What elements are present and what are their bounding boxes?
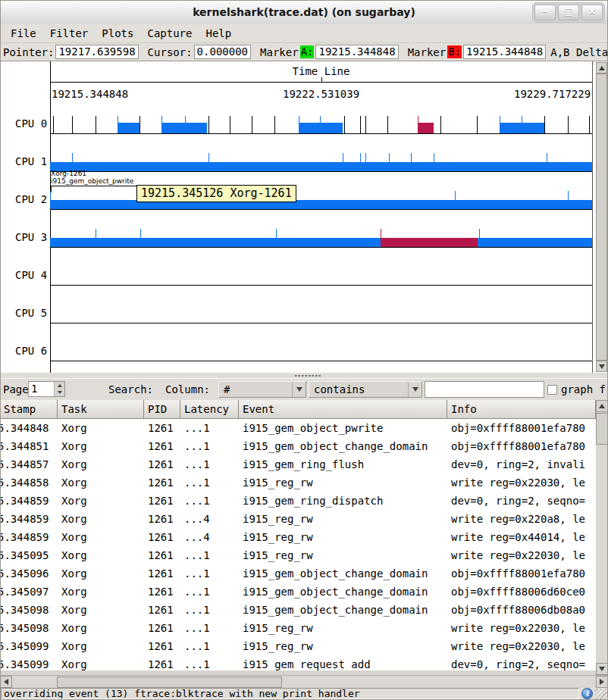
graph-scroll-down-button[interactable] — [596, 361, 607, 372]
cell-latency: ...1 — [180, 637, 239, 655]
cpu-label-0: CPU 0 — [15, 117, 49, 130]
cell-pid: 1261 — [144, 619, 180, 637]
graph-scroll-thumb[interactable] — [596, 73, 607, 361]
close-button[interactable]: × — [581, 5, 603, 20]
table-header: StampTaskPIDLatencyEventInfo — [0, 400, 596, 419]
pane-splitter[interactable] — [0, 373, 608, 378]
hover-task-name: Xorg-1261 — [51, 170, 133, 177]
cell-info: obj=0xffff88001efa780 — [447, 564, 596, 583]
table-scroll-down-button[interactable] — [596, 663, 608, 675]
marker-a-value: 19215.344848 — [315, 45, 398, 59]
task-bar[interactable] — [299, 123, 343, 133]
table-scroll-up-button[interactable] — [596, 400, 608, 412]
table-row[interactable]: 5.345099Xorg1261...1i915_reg_rwwrite reg… — [0, 637, 596, 655]
table-row[interactable]: 5.345098Xorg1261...1i915_reg_rwwrite reg… — [0, 619, 596, 637]
table-row[interactable]: 5.344859Xorg1261...4i915_reg_rwwrite reg… — [0, 528, 596, 546]
operator-select[interactable]: contains — [309, 381, 422, 398]
task-bar[interactable] — [381, 238, 478, 247]
table-scroll-thumb[interactable] — [596, 413, 608, 445]
task-bar[interactable] — [50, 238, 381, 247]
cell-latency: ...1 — [180, 619, 239, 637]
task-bar[interactable] — [50, 200, 592, 209]
cell-pid: 1261 — [144, 601, 180, 619]
column-header-info[interactable]: Info — [447, 400, 596, 418]
menu-item-plots[interactable]: Plots — [95, 26, 140, 41]
cell-stamp: 5.345098 — [0, 619, 58, 637]
marker-a-badge[interactable]: A: — [300, 45, 315, 58]
table-row[interactable]: 5.345099Xorg1261...1i915_gem_request_add… — [0, 655, 596, 670]
axis-label-mid: 19222.531039 — [283, 88, 359, 100]
graph-scroll-up-button[interactable] — [596, 62, 607, 73]
table-row[interactable]: 5.344859Xorg1261...4i915_reg_rwwrite reg… — [0, 510, 596, 528]
menu-item-file[interactable]: File — [4, 26, 43, 41]
column-select[interactable]: # — [218, 381, 306, 398]
table-row[interactable]: 5.344858Xorg1261...1i915_reg_rwwrite reg… — [0, 473, 596, 492]
cpu-label-5: CPU 5 — [15, 307, 49, 319]
graph-follows-checkbox[interactable] — [547, 385, 557, 395]
table-row[interactable]: 5.344857Xorg1261...1i915_gem_ring_flushd… — [0, 455, 596, 473]
hover-underline — [50, 186, 138, 186]
table-row[interactable]: 5.345098Xorg1261...1i915_gem_object_chan… — [0, 601, 596, 619]
cell-event: i915_reg_rw — [239, 619, 447, 637]
cell-task: Xorg — [58, 546, 144, 564]
cell-info: obj=0xffff88006db08a0 — [447, 601, 596, 619]
spin-down-button[interactable] — [55, 389, 64, 397]
cell-task: Xorg — [58, 473, 144, 492]
page-spinbox[interactable]: 1 — [28, 381, 65, 397]
table-row[interactable]: 5.345096Xorg1261...1i915_gem_object_chan… — [0, 564, 596, 583]
table-horizontal-scrollbar[interactable] — [0, 675, 608, 688]
table-row[interactable]: 5.344859Xorg1261...1i915_gem_ring_dispat… — [0, 492, 596, 510]
cell-info: write reg=0x22030, le — [447, 546, 596, 564]
cell-pid: 1261 — [144, 528, 180, 546]
cell-pid: 1261 — [144, 473, 180, 492]
menu-item-filter[interactable]: Filter — [43, 26, 96, 41]
cpu-label-3: CPU 3 — [15, 231, 49, 243]
event-tick — [411, 153, 412, 162]
task-bar[interactable] — [418, 123, 434, 133]
table-row[interactable]: 5.344848Xorg1261...1i915_gem_object_pwri… — [0, 419, 596, 437]
task-bar[interactable] — [478, 238, 592, 247]
cell-pid: 1261 — [144, 564, 180, 583]
task-bar[interactable] — [161, 123, 207, 133]
column-header-latency[interactable]: Latency — [180, 400, 239, 418]
table-vertical-scrollbar[interactable] — [596, 400, 608, 675]
task-bar[interactable] — [500, 123, 544, 133]
table-row[interactable]: 5.345095Xorg1261...1i915_reg_rwwrite reg… — [0, 546, 596, 564]
event-tick — [96, 116, 96, 133]
search-input[interactable] — [425, 381, 544, 398]
column-header-stamp[interactable]: Stamp — [0, 400, 58, 418]
cpu-label-4: CPU 4 — [15, 269, 49, 281]
menu-item-help[interactable]: Help — [199, 26, 238, 41]
task-bar[interactable] — [118, 123, 139, 133]
maximize-button[interactable]: □ — [558, 5, 579, 20]
cell-info: dev=0, ring=2, seqno= — [447, 492, 596, 510]
spin-up-button[interactable] — [55, 382, 64, 389]
cell-task: Xorg — [58, 583, 144, 601]
column-header-event[interactable]: Event — [239, 400, 447, 418]
cell-latency: ...1 — [180, 455, 239, 473]
cell-stamp: 5.344859 — [0, 492, 58, 510]
resize-grip[interactable] — [595, 689, 607, 699]
minimize-button[interactable]: – — [534, 5, 556, 20]
cell-pid: 1261 — [144, 492, 180, 510]
menu-item-capture[interactable]: Capture — [140, 26, 199, 41]
table-row[interactable]: 5.344851Xorg1261...1i915_gem_object_chan… — [0, 437, 596, 455]
cell-stamp: 5.344859 — [0, 528, 58, 546]
column-header-task[interactable]: Task — [58, 400, 144, 418]
cell-task: Xorg — [58, 601, 144, 619]
cell-event: i915_gem_object_pwrite — [239, 419, 447, 437]
cell-event: i915_reg_rw — [239, 528, 447, 546]
timeline-graph[interactable]: Time Line 19215.344848 19222.531039 1922… — [0, 61, 608, 373]
table-hscroll-thumb[interactable] — [57, 677, 282, 688]
cell-event: i915_gem_ring_dispatch — [239, 492, 447, 510]
event-tick — [53, 116, 54, 133]
table-row[interactable]: 5.345097Xorg1261...1i915_gem_object_chan… — [0, 583, 596, 601]
table-scroll-left-button[interactable] — [0, 676, 12, 688]
marker-b-badge[interactable]: B: — [447, 45, 462, 58]
table-scroll-right-button[interactable] — [596, 676, 608, 688]
event-tick — [568, 116, 569, 133]
status-bar: overriding event (13) ftrace:blktrace wi… — [0, 688, 608, 700]
graph-vertical-scrollbar[interactable] — [596, 62, 608, 372]
spin-up-icon — [58, 384, 62, 387]
column-header-pid[interactable]: PID — [144, 400, 180, 418]
